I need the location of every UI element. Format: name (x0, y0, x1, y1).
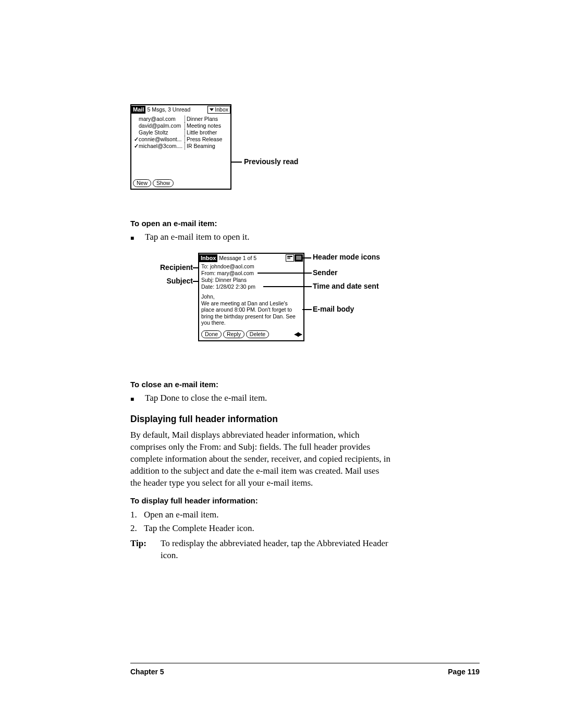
steps-list: 1.Open an e-mail item.2.Tap the Complete… (130, 508, 480, 535)
header-mode-icons[interactable] (286, 254, 303, 262)
svg-rect-2 (287, 258, 290, 259)
open-item-bullet: Tap an e-mail item to open it. (130, 231, 480, 243)
svg-rect-0 (287, 256, 292, 257)
mail-subject: Dinner Plans (185, 116, 218, 122)
step-item: 1.Open an e-mail item. (130, 508, 480, 522)
figure-mail-list: Mail 5 Msgs, 3 Unread Inbox mary@aol.com… (130, 104, 480, 208)
detail-folder: Inbox (199, 254, 217, 262)
mail-row[interactable]: david@palm.comMeeting notes (133, 122, 230, 129)
svg-rect-1 (287, 257, 290, 258)
detail-titlebar: Inbox Message 1 of 5 (199, 254, 303, 262)
section-heading: Displaying full header information (130, 414, 480, 425)
open-item-list: Tap an e-mail item to open it. (130, 231, 480, 243)
callout-connector (303, 257, 311, 258)
mail-subject: Press Release (185, 136, 222, 143)
detail-body: To: johndoe@aol.com From: mary@aol.com S… (199, 262, 303, 327)
mail-sender: michael@3com.... (139, 143, 185, 150)
svg-rect-5 (296, 258, 301, 258)
mail-sender: connie@wilsont... (139, 136, 185, 143)
tip-text: To redisplay the abbreviated header, tap… (161, 537, 391, 561)
from-line: From: mary@aol.com (201, 270, 301, 277)
svg-rect-6 (296, 259, 301, 260)
mail-subject: Little brother (185, 129, 217, 136)
callout-time: Time and date sent (313, 282, 379, 290)
callout-previously-read: Previously read (244, 157, 298, 166)
reply-button[interactable]: Reply (223, 330, 244, 338)
detail-count: Message 1 of 5 (217, 255, 256, 262)
new-button[interactable]: New (133, 179, 151, 187)
chevron-down-icon (210, 108, 214, 111)
mail-sender: Gayle Stoltz (139, 129, 185, 136)
heading-open-item: To open an e-mail item: (130, 219, 480, 228)
mail-sender: mary@aol.com (139, 116, 185, 122)
mail-status: 5 Msgs, 3 Unread (145, 106, 190, 113)
mail-list-screen: Mail 5 Msgs, 3 Unread Inbox mary@aol.com… (130, 104, 231, 190)
mail-row[interactable]: ✓connie@wilsont...Press Release (133, 136, 230, 143)
mail-titlebar: Mail 5 Msgs, 3 Unread Inbox (131, 105, 230, 114)
section-paragraph: By default, Mail displays abbreviated he… (130, 429, 391, 489)
mail-app-title: Mail (131, 106, 145, 114)
read-check-icon: ✓ (133, 143, 139, 150)
svg-rect-3 (296, 256, 301, 256)
heading-close-item: To close an e-mail item: (130, 380, 480, 389)
mail-subject: Meeting notes (185, 122, 221, 129)
svg-rect-4 (296, 257, 301, 257)
mail-subject: IR Beaming (185, 143, 215, 150)
callout-recipient: Recipient (146, 263, 193, 272)
message-detail-screen: Inbox Message 1 of 5 To: johndoe@aol.com… (198, 253, 304, 341)
prev-next-arrows[interactable]: ◀▶ (294, 331, 301, 338)
mail-row[interactable]: mary@aol.comDinner Plans (133, 116, 230, 122)
callout-connector (263, 286, 312, 287)
footer-chapter: Chapter 5 (130, 668, 164, 676)
abbrev-header-icon[interactable] (286, 254, 294, 262)
mail-row[interactable]: Gayle StoltzLittle brother (133, 129, 230, 136)
callout-connector (258, 273, 312, 274)
mail-row[interactable]: ✓michael@3com....IR Beaming (133, 143, 230, 150)
delete-button[interactable]: Delete (246, 330, 269, 338)
subj-line: Subj: Dinner Plans (201, 277, 301, 283)
tip-row: Tip: To redisplay the abbreviated header… (130, 537, 391, 561)
figure-message-detail: Recipient Subject Inbox Message 1 of 5 T… (146, 253, 480, 367)
callout-subject: Subject (146, 277, 193, 285)
date-line: Date: 1/28/02 2:30 pm (201, 283, 301, 290)
to-line: To: johndoe@aol.com (201, 263, 301, 270)
callout-sender: Sender (313, 268, 337, 277)
callout-header-icons: Header mode icons (313, 253, 380, 261)
footer-page: Page 119 (448, 668, 480, 676)
full-header-icon[interactable] (295, 254, 303, 262)
folder-dropdown[interactable]: Inbox (207, 106, 230, 114)
callout-body: E-mail body (313, 305, 354, 313)
show-button[interactable]: Show (153, 179, 174, 187)
page-footer: Chapter 5 Page 119 (130, 663, 480, 676)
mail-sender: david@palm.com (139, 122, 185, 129)
done-button[interactable]: Done (201, 330, 222, 338)
step-item: 2.Tap the Complete Header icon. (130, 522, 480, 535)
read-check-icon: ✓ (133, 136, 139, 143)
callout-connector (230, 162, 242, 163)
tip-label: Tip: (130, 537, 151, 561)
heading-display-full: To display full header information: (130, 496, 480, 505)
close-item-list: Tap Done to close the e-mail item. (130, 392, 480, 404)
message-body: John,We are meeting at Dan and Leslie's … (201, 293, 301, 326)
callout-connector (302, 309, 312, 310)
mail-list-body: mary@aol.comDinner Plansdavid@palm.comMe… (131, 114, 230, 178)
close-item-bullet: Tap Done to close the e-mail item. (130, 392, 480, 404)
folder-name: Inbox (215, 106, 228, 113)
